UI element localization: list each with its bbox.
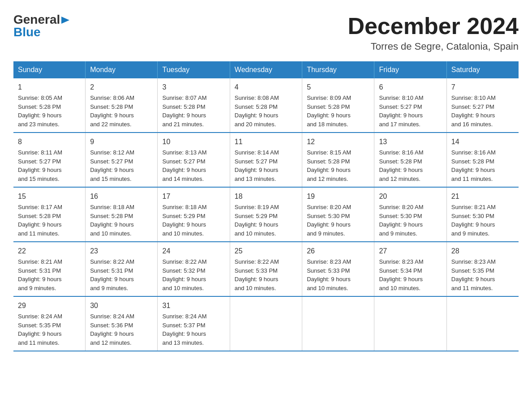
- day-number: 25: [235, 246, 297, 257]
- day-number: 2: [90, 82, 153, 93]
- title-block: December 2024 Torres de Segre, Catalonia…: [348, 13, 519, 52]
- calendar-cell: 29Sunrise: 8:24 AMSunset: 5:35 PMDayligh…: [13, 296, 86, 351]
- day-info: Sunrise: 8:22 AMSunset: 5:32 PMDaylight:…: [162, 257, 225, 292]
- calendar-cell: 19Sunrise: 8:20 AMSunset: 5:30 PMDayligh…: [302, 187, 374, 242]
- day-info: Sunrise: 8:22 AMSunset: 5:31 PMDaylight:…: [90, 257, 153, 292]
- page-header: General Blue December 2024 Torres de Seg…: [13, 13, 519, 52]
- day-info: Sunrise: 8:16 AMSunset: 5:28 PMDaylight:…: [451, 148, 514, 183]
- day-number: 12: [307, 137, 369, 147]
- day-number: 10: [162, 137, 225, 147]
- calendar-cell: 9Sunrise: 8:12 AMSunset: 5:27 PMDaylight…: [86, 133, 158, 187]
- calendar-week-row: 15Sunrise: 8:17 AMSunset: 5:28 PMDayligh…: [13, 187, 519, 242]
- calendar-cell: 1Sunrise: 8:05 AMSunset: 5:28 PMDaylight…: [13, 78, 86, 133]
- day-info: Sunrise: 8:14 AMSunset: 5:27 PMDaylight:…: [235, 148, 297, 183]
- calendar-cell: 24Sunrise: 8:22 AMSunset: 5:32 PMDayligh…: [158, 242, 230, 296]
- day-info: Sunrise: 8:16 AMSunset: 5:28 PMDaylight:…: [379, 148, 442, 183]
- day-info: Sunrise: 8:20 AMSunset: 5:30 PMDaylight:…: [307, 203, 369, 238]
- calendar-cell: 31Sunrise: 8:24 AMSunset: 5:37 PMDayligh…: [158, 296, 230, 351]
- calendar-cell: 21Sunrise: 8:21 AMSunset: 5:30 PMDayligh…: [446, 187, 519, 242]
- calendar-cell: [230, 296, 302, 351]
- calendar-cell: 3Sunrise: 8:07 AMSunset: 5:28 PMDaylight…: [158, 78, 230, 133]
- day-number: 17: [162, 191, 225, 202]
- calendar-cell: 27Sunrise: 8:23 AMSunset: 5:34 PMDayligh…: [374, 242, 446, 296]
- logo-general-text: General: [13, 13, 60, 26]
- calendar-cell: 26Sunrise: 8:23 AMSunset: 5:33 PMDayligh…: [302, 242, 374, 296]
- calendar-cell: [374, 296, 446, 351]
- day-number: 1: [18, 82, 81, 93]
- day-number: 30: [90, 300, 153, 311]
- calendar-table: SundayMondayTuesdayWednesdayThursdayFrid…: [13, 61, 519, 351]
- day-number: 19: [307, 191, 369, 202]
- day-number: 6: [379, 82, 442, 93]
- day-info: Sunrise: 8:23 AMSunset: 5:34 PMDaylight:…: [379, 257, 442, 292]
- day-number: 13: [379, 137, 442, 147]
- main-title: December 2024: [348, 13, 519, 39]
- day-number: 23: [90, 246, 153, 257]
- calendar-cell: 11Sunrise: 8:14 AMSunset: 5:27 PMDayligh…: [230, 133, 302, 187]
- day-number: 16: [90, 191, 153, 202]
- day-number: 11: [235, 137, 297, 147]
- svg-marker-0: [61, 17, 69, 24]
- day-info: Sunrise: 8:09 AMSunset: 5:28 PMDaylight:…: [307, 94, 369, 128]
- day-info: Sunrise: 8:08 AMSunset: 5:28 PMDaylight:…: [235, 94, 297, 128]
- calendar-cell: 28Sunrise: 8:23 AMSunset: 5:35 PMDayligh…: [446, 242, 519, 296]
- day-info: Sunrise: 8:06 AMSunset: 5:28 PMDaylight:…: [90, 94, 153, 128]
- day-info: Sunrise: 8:19 AMSunset: 5:29 PMDaylight:…: [235, 203, 297, 238]
- day-number: 26: [307, 246, 369, 257]
- day-info: Sunrise: 8:18 AMSunset: 5:28 PMDaylight:…: [90, 203, 153, 238]
- calendar-cell: 2Sunrise: 8:06 AMSunset: 5:28 PMDaylight…: [86, 78, 158, 133]
- calendar-cell: [446, 296, 519, 351]
- day-info: Sunrise: 8:22 AMSunset: 5:33 PMDaylight:…: [235, 257, 297, 292]
- day-number: 24: [162, 246, 225, 257]
- subtitle: Torres de Segre, Catalonia, Spain: [348, 41, 519, 52]
- day-of-week-header: Sunday: [13, 61, 86, 78]
- day-number: 20: [379, 191, 442, 202]
- day-number: 29: [18, 300, 81, 311]
- day-info: Sunrise: 8:24 AMSunset: 5:37 PMDaylight:…: [162, 312, 225, 347]
- calendar-week-row: 29Sunrise: 8:24 AMSunset: 5:35 PMDayligh…: [13, 296, 519, 351]
- calendar-cell: 14Sunrise: 8:16 AMSunset: 5:28 PMDayligh…: [446, 133, 519, 187]
- day-info: Sunrise: 8:23 AMSunset: 5:35 PMDaylight:…: [451, 257, 514, 292]
- logo-triangle-icon: [61, 16, 70, 25]
- day-number: 8: [18, 137, 81, 147]
- day-number: 3: [162, 82, 225, 93]
- calendar-header-row: SundayMondayTuesdayWednesdayThursdayFrid…: [13, 61, 519, 78]
- calendar-cell: 15Sunrise: 8:17 AMSunset: 5:28 PMDayligh…: [13, 187, 86, 242]
- day-number: 4: [235, 82, 297, 93]
- day-number: 21: [451, 191, 514, 202]
- day-of-week-header: Friday: [374, 61, 446, 78]
- calendar-cell: 23Sunrise: 8:22 AMSunset: 5:31 PMDayligh…: [86, 242, 158, 296]
- calendar-body: 1Sunrise: 8:05 AMSunset: 5:28 PMDaylight…: [13, 78, 519, 351]
- calendar-week-row: 8Sunrise: 8:11 AMSunset: 5:27 PMDaylight…: [13, 133, 519, 187]
- calendar-cell: 25Sunrise: 8:22 AMSunset: 5:33 PMDayligh…: [230, 242, 302, 296]
- calendar-cell: 10Sunrise: 8:13 AMSunset: 5:27 PMDayligh…: [158, 133, 230, 187]
- day-of-week-header: Wednesday: [230, 61, 302, 78]
- day-info: Sunrise: 8:24 AMSunset: 5:35 PMDaylight:…: [18, 312, 81, 347]
- calendar-week-row: 1Sunrise: 8:05 AMSunset: 5:28 PMDaylight…: [13, 78, 519, 133]
- day-info: Sunrise: 8:10 AMSunset: 5:27 PMDaylight:…: [379, 94, 442, 128]
- day-of-week-header: Saturday: [446, 61, 519, 78]
- day-number: 31: [162, 300, 225, 311]
- day-of-week-header: Tuesday: [158, 61, 230, 78]
- calendar-cell: 7Sunrise: 8:10 AMSunset: 5:27 PMDaylight…: [446, 78, 519, 133]
- day-info: Sunrise: 8:05 AMSunset: 5:28 PMDaylight:…: [18, 94, 81, 128]
- day-info: Sunrise: 8:07 AMSunset: 5:28 PMDaylight:…: [162, 94, 225, 128]
- day-info: Sunrise: 8:23 AMSunset: 5:33 PMDaylight:…: [307, 257, 369, 292]
- calendar-cell: 20Sunrise: 8:20 AMSunset: 5:30 PMDayligh…: [374, 187, 446, 242]
- day-number: 5: [307, 82, 369, 93]
- day-info: Sunrise: 8:15 AMSunset: 5:28 PMDaylight:…: [307, 148, 369, 183]
- day-of-week-header: Thursday: [302, 61, 374, 78]
- calendar-cell: [302, 296, 374, 351]
- day-info: Sunrise: 8:21 AMSunset: 5:30 PMDaylight:…: [451, 203, 514, 238]
- day-number: 27: [379, 246, 442, 257]
- day-info: Sunrise: 8:11 AMSunset: 5:27 PMDaylight:…: [18, 148, 81, 183]
- day-info: Sunrise: 8:21 AMSunset: 5:31 PMDaylight:…: [18, 257, 81, 292]
- day-number: 22: [18, 246, 81, 257]
- day-info: Sunrise: 8:20 AMSunset: 5:30 PMDaylight:…: [379, 203, 442, 238]
- calendar-cell: 30Sunrise: 8:24 AMSunset: 5:36 PMDayligh…: [86, 296, 158, 351]
- calendar-cell: 18Sunrise: 8:19 AMSunset: 5:29 PMDayligh…: [230, 187, 302, 242]
- calendar-cell: 16Sunrise: 8:18 AMSunset: 5:28 PMDayligh…: [86, 187, 158, 242]
- day-number: 14: [451, 137, 514, 147]
- day-info: Sunrise: 8:12 AMSunset: 5:27 PMDaylight:…: [90, 148, 153, 183]
- calendar-cell: 12Sunrise: 8:15 AMSunset: 5:28 PMDayligh…: [302, 133, 374, 187]
